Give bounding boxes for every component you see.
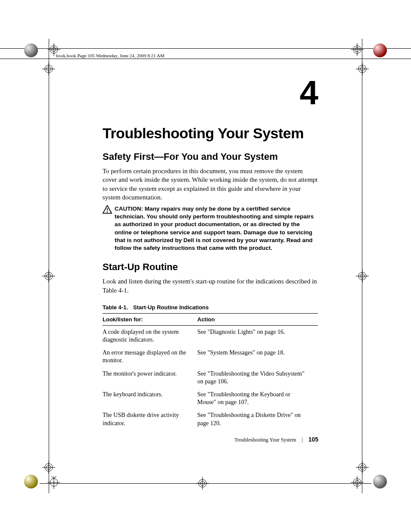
caution-block: CAUTION: Many repairs may only be done b…: [103, 205, 318, 252]
crop-line: [0, 59, 411, 59]
table-row: The monitor's power indicator. See "Trou…: [103, 367, 318, 388]
registration-mark-icon: [42, 62, 55, 75]
table-cell-action: See "Troubleshooting the Keyboard or Mou…: [197, 388, 318, 409]
page-footer: Troubleshooting Your System | 105: [234, 436, 318, 443]
table-cell-action: See "Troubleshooting a Diskette Drive" o…: [197, 409, 318, 429]
table-cell-look: A code displayed on the system diagnosti…: [103, 325, 197, 346]
footer-page-number: 105: [308, 436, 318, 443]
color-ball-icon: [373, 43, 387, 58]
registration-mark-icon: [356, 270, 369, 283]
caution-body: Many repairs may only be done by a certi…: [115, 205, 314, 251]
table-cell-look: The USB diskette drive activity indicato…: [103, 409, 197, 429]
table-row: The USB diskette drive activity indicato…: [103, 409, 318, 429]
table-cell-look: The keyboard indicators.: [103, 388, 197, 409]
table-header-action: Action: [197, 313, 318, 325]
svg-point-47: [24, 44, 38, 57]
svg-point-50: [373, 475, 387, 488]
table-cell-action: See "Diagnostic Lights" on page 16.: [197, 325, 318, 346]
table-row: A code displayed on the system diagnosti…: [103, 325, 318, 346]
table-cell-look: An error message displayed on the monito…: [103, 346, 197, 367]
registration-mark-icon: [351, 43, 364, 56]
section-heading-startup: Start-Up Routine: [103, 261, 318, 273]
caution-label: CAUTION:: [115, 205, 145, 212]
footer-separator: |: [302, 437, 302, 443]
registration-mark-icon: [351, 476, 364, 489]
registration-mark-icon: [42, 461, 55, 474]
table-caption-title: Start-Up Routine Indications: [133, 304, 209, 311]
color-ball-icon: [24, 474, 38, 489]
registration-mark-icon: [356, 461, 369, 474]
registration-mark-icon: [356, 62, 369, 75]
registration-mark-icon: [47, 476, 60, 489]
page-title: Troubleshooting Your System: [103, 125, 318, 142]
content-area: Troubleshooting Your System Safety First…: [103, 78, 318, 430]
caution-icon: [103, 205, 112, 214]
svg-point-49: [24, 475, 38, 488]
section-heading-safety: Safety First—For You and Your System: [103, 151, 318, 162]
section-body-startup: Look and listen during the system's star…: [103, 277, 318, 295]
footer-text: Troubleshooting Your System: [234, 437, 296, 443]
crop-line: [49, 39, 49, 493]
crop-line: [362, 39, 362, 493]
caution-text: CAUTION: Many repairs may only be done b…: [115, 205, 318, 252]
print-header-line: book.book Page 105 Wednesday, June 24, 2…: [56, 53, 165, 58]
page: book.book Page 105 Wednesday, June 24, 2…: [0, 0, 411, 532]
table-caption-label: Table 4-1.: [103, 304, 128, 311]
color-ball-icon: [24, 43, 38, 58]
startup-table: Look/listen for: Action A code displayed…: [103, 313, 318, 430]
color-ball-icon: [373, 474, 387, 489]
section-body-safety: To perform certain procedures in this do…: [103, 167, 318, 202]
table-cell-action: See "Troubleshooting the Video Subsystem…: [197, 367, 318, 388]
crop-line: [0, 48, 411, 49]
table-cell-action: See "System Messages" on page 18.: [197, 346, 318, 367]
table-row: The keyboard indicators. See "Troublesho…: [103, 388, 318, 409]
table-cell-look: The monitor's power indicator.: [103, 367, 197, 388]
table-header-look: Look/listen for:: [103, 313, 197, 325]
registration-mark-icon: [196, 477, 209, 490]
table-caption: Table 4-1.Start-Up Routine Indications: [103, 304, 318, 311]
registration-mark-icon: [42, 270, 55, 283]
svg-point-48: [373, 44, 387, 57]
registration-mark-icon: [47, 43, 60, 56]
table-row: An error message displayed on the monito…: [103, 346, 318, 367]
svg-point-2: [107, 212, 108, 213]
